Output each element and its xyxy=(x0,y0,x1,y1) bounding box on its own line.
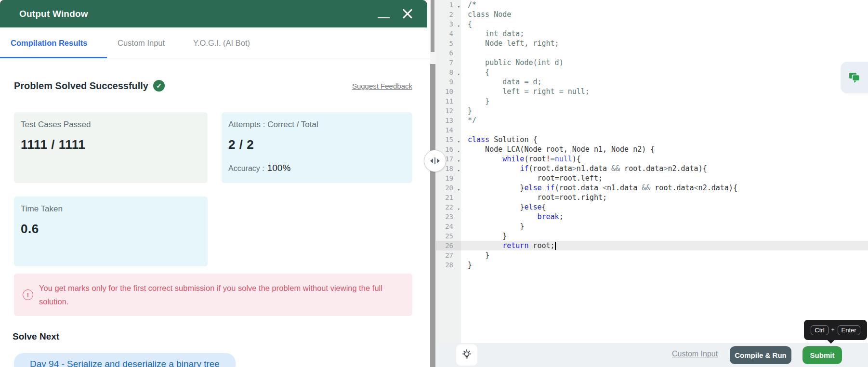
code-line[interactable]: class Solution { xyxy=(461,135,868,144)
suggest-feedback-link[interactable]: Suggest Feedback xyxy=(352,82,412,90)
ctrl-keycap: Ctrl xyxy=(811,325,828,335)
code-line[interactable]: root=root.right; xyxy=(461,193,868,202)
success-check-icon: ✓ xyxy=(153,80,165,92)
gutter-line-number: 19 xyxy=(436,173,461,183)
tab-compilation-results[interactable]: Compilation Results xyxy=(11,27,88,58)
code-line[interactable]: */ xyxy=(461,116,868,125)
editor-footer: Custom Input Compile & Run Submit xyxy=(436,343,868,367)
code-line[interactable]: left = right = null; xyxy=(461,87,868,96)
close-icon[interactable] xyxy=(402,9,413,19)
chat-bubbles-icon xyxy=(847,70,862,85)
code-line[interactable]: { xyxy=(461,67,868,77)
code-line[interactable] xyxy=(461,125,868,135)
window-controls xyxy=(378,0,413,27)
code-line[interactable]: int data; xyxy=(461,29,868,39)
gutter-line-number: 22▾ xyxy=(436,202,461,212)
result-row: Problem Solved Successfully ✓ Suggest Fe… xyxy=(14,80,412,92)
gutter-line-number: 9 xyxy=(436,77,461,87)
warning-text: You get marks only for the first correct… xyxy=(39,281,386,308)
code-line[interactable]: } xyxy=(461,260,868,270)
output-window-panel: Output Window Compilation Results Custom… xyxy=(0,0,430,367)
code-line[interactable]: while(root!=null){ xyxy=(461,154,868,164)
submit-shortcut-tooltip: Ctrl + Enter xyxy=(804,320,867,340)
gutter-line-number: 3▾ xyxy=(436,19,461,29)
attempts-value: 2 / 2 xyxy=(228,137,406,152)
code-editor[interactable]: 1▾23▾45678▾9101112131415▾16▾17▾18▾1920▾2… xyxy=(436,0,868,343)
panel-scrollbar[interactable] xyxy=(430,0,436,367)
line-number-gutter: 1▾23▾45678▾9101112131415▾16▾17▾18▾1920▾2… xyxy=(436,0,461,343)
discussion-fab[interactable] xyxy=(841,62,868,93)
gutter-line-number: 6 xyxy=(436,48,461,58)
attempts-label: Attempts : Correct / Total xyxy=(228,120,406,130)
minimize-icon[interactable] xyxy=(378,17,390,18)
solve-next-heading: Solve Next xyxy=(13,331,59,342)
submit-button[interactable]: Submit xyxy=(802,346,842,364)
custom-input-link[interactable]: Custom Input xyxy=(672,350,718,358)
code-line[interactable]: if(root.data>n1.data && root.data>n2.dat… xyxy=(461,164,868,173)
code-line[interactable]: class Node xyxy=(461,10,868,19)
code-line[interactable]: } xyxy=(461,231,868,241)
code-line[interactable]: } xyxy=(461,96,868,106)
enter-keycap: Enter xyxy=(838,325,860,335)
code-editor-panel: 1▾23▾45678▾9101112131415▾16▾17▾18▾1920▾2… xyxy=(436,0,868,367)
status-heading: Problem Solved Successfully xyxy=(14,80,148,92)
code-line[interactable]: /* xyxy=(461,0,868,10)
code-line[interactable]: } xyxy=(461,222,868,231)
code-line[interactable]: }else{ xyxy=(461,202,868,212)
output-window-title: Output Window xyxy=(19,9,88,19)
gutter-line-number: 15▾ xyxy=(436,135,461,144)
gutter-line-number: 13 xyxy=(436,116,461,125)
code-line[interactable]: data = d; xyxy=(461,77,868,87)
code-line[interactable]: Node LCA(Node root, Node n1, Node n2) { xyxy=(461,144,868,154)
attempts-card: Attempts : Correct / Total 2 / 2 Accurac… xyxy=(222,112,412,183)
code-area[interactable]: /*class Node{ int data; Node left, right… xyxy=(461,0,868,343)
lightbulb-icon xyxy=(460,349,473,361)
gutter-line-number: 8▾ xyxy=(436,67,461,77)
gutter-line-number: 11 xyxy=(436,96,461,106)
accuracy-value: 100% xyxy=(267,163,291,173)
panel-splitter-handle[interactable] xyxy=(424,150,446,172)
code-line[interactable]: root=root.left; xyxy=(461,173,868,183)
first-submission-warning: ! You get marks only for the first corre… xyxy=(14,274,412,316)
code-line[interactable]: break; xyxy=(461,212,868,222)
hint-lightbulb-button[interactable] xyxy=(456,344,477,366)
test-cases-value: 1111 / 1111 xyxy=(21,137,201,152)
gutter-line-number: 5 xyxy=(436,39,461,48)
code-line[interactable]: } xyxy=(461,250,868,260)
scrollbar-upper-segment[interactable] xyxy=(431,0,434,52)
code-line[interactable]: return root; xyxy=(461,241,868,250)
gutter-line-number: 7 xyxy=(436,58,461,67)
gutter-line-number: 25 xyxy=(436,231,461,241)
test-cases-card: Test Cases Passed 1111 / 1111 xyxy=(14,112,208,183)
time-taken-card: Time Taken 0.6 xyxy=(14,197,208,266)
gutter-line-number: 4 xyxy=(436,29,461,39)
next-problem-chip[interactable]: Day 94 - Serialize and deserialize a bin… xyxy=(14,353,236,367)
tab-custom-input[interactable]: Custom Input xyxy=(118,27,165,58)
code-line[interactable]: } xyxy=(461,106,868,116)
tab-yogi-ai-bot[interactable]: Y.O.G.I. (AI Bot) xyxy=(193,27,250,58)
text-cursor xyxy=(555,242,556,250)
code-line[interactable] xyxy=(461,48,868,58)
output-window-tabs: Compilation Results Custom Input Y.O.G.I… xyxy=(0,27,430,58)
resize-arrows-icon xyxy=(430,157,440,165)
compilation-results-body: Problem Solved Successfully ✓ Suggest Fe… xyxy=(0,58,430,367)
gutter-line-number: 23 xyxy=(436,212,461,222)
ide-page: Output Window Compilation Results Custom… xyxy=(0,0,868,367)
gutter-line-number: 26 xyxy=(436,241,461,250)
code-line[interactable]: }else if(root.data <n1.data && root.data… xyxy=(461,183,868,193)
warning-icon: ! xyxy=(23,289,33,300)
compile-run-button[interactable]: Compile & Run xyxy=(730,346,791,364)
output-window-header: Output Window xyxy=(0,0,427,27)
gutter-line-number: 27 xyxy=(436,250,461,260)
time-taken-value: 0.6 xyxy=(21,222,201,236)
gutter-line-number: 2 xyxy=(436,10,461,19)
code-line[interactable]: { xyxy=(461,19,868,29)
gutter-line-number: 14 xyxy=(436,125,461,135)
plus-sign: + xyxy=(831,327,835,333)
gutter-line-number: 10 xyxy=(436,87,461,96)
scrollbar-thumb[interactable] xyxy=(430,64,435,367)
gutter-line-number: 1▾ xyxy=(436,0,461,10)
gutter-line-number: 12 xyxy=(436,106,461,116)
code-line[interactable]: public Node(int d) xyxy=(461,58,868,67)
code-line[interactable]: Node left, right; xyxy=(461,39,868,48)
